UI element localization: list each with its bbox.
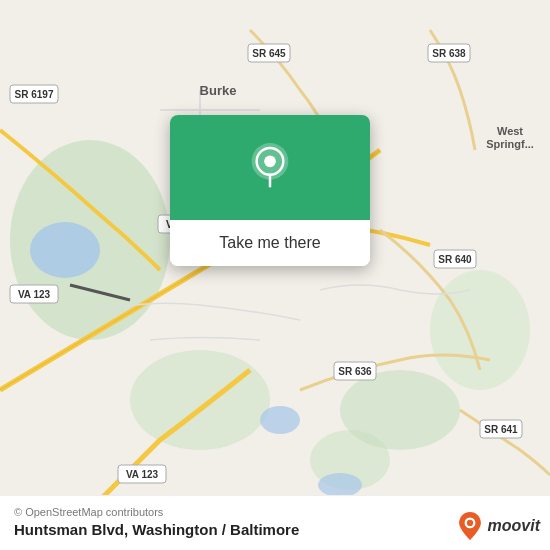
svg-point-2: [130, 350, 270, 450]
map-svg: SR 645 SR 638 SR 6197 Burke VA 286 VA 12…: [0, 0, 550, 550]
location-pin-icon: [245, 143, 295, 193]
popup-green-area: [170, 115, 370, 220]
map-container: SR 645 SR 638 SR 6197 Burke VA 286 VA 12…: [0, 0, 550, 550]
svg-text:SR 638: SR 638: [432, 48, 466, 59]
svg-point-7: [318, 473, 362, 497]
svg-text:VA 123: VA 123: [126, 469, 159, 480]
bottom-bar: © OpenStreetMap contributors Huntsman Bl…: [0, 495, 550, 550]
svg-text:Springf...: Springf...: [486, 138, 534, 150]
svg-point-6: [260, 406, 300, 434]
svg-point-3: [430, 270, 530, 390]
moovit-logo: moovit: [456, 512, 540, 540]
svg-text:SR 641: SR 641: [484, 424, 518, 435]
popup-card: Take me there: [170, 115, 370, 266]
svg-text:SR 645: SR 645: [252, 48, 286, 59]
svg-text:SR 6197: SR 6197: [15, 89, 54, 100]
svg-text:Burke: Burke: [200, 83, 237, 98]
svg-text:SR 636: SR 636: [338, 366, 372, 377]
moovit-text: moovit: [488, 517, 540, 535]
svg-text:SR 640: SR 640: [438, 254, 472, 265]
svg-point-5: [30, 222, 100, 278]
svg-text:West: West: [497, 125, 523, 137]
take-me-there-button[interactable]: Take me there: [170, 220, 370, 266]
svg-point-31: [264, 155, 276, 167]
svg-point-33: [466, 520, 472, 526]
moovit-pin-icon: [456, 512, 484, 540]
svg-text:VA 123: VA 123: [18, 289, 51, 300]
